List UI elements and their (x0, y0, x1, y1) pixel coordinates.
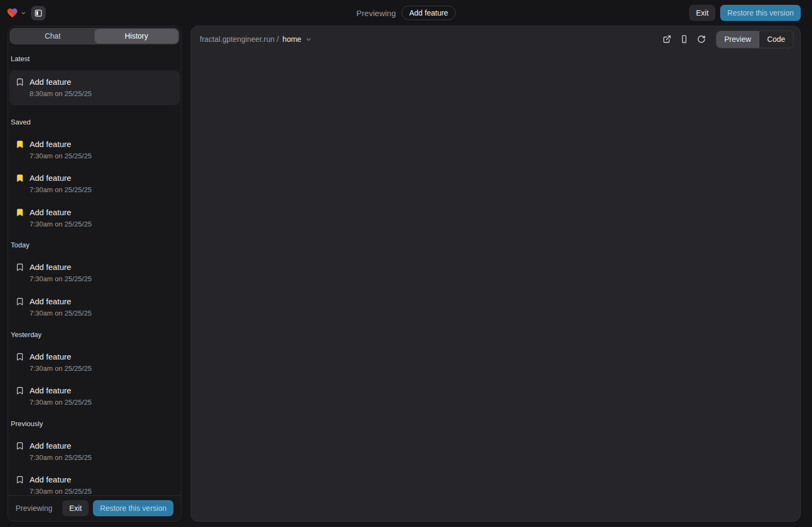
preview-panel: fractal.gptengineer.run / home (191, 26, 801, 522)
url-page: home (282, 35, 301, 43)
bookmark-outline-icon (16, 263, 24, 272)
preview-header-actions: PreviewCode (659, 31, 794, 48)
history-item[interactable]: Add feature 7:30am on 25/25/25 (9, 352, 180, 373)
history-section-label: Previously (9, 420, 180, 428)
external-link-icon (663, 35, 671, 43)
top-bar-right: Exit Restore this version (689, 5, 801, 21)
url-domain: fractal.gptengineer.run / (200, 35, 279, 43)
history-item-title: Add feature (30, 352, 180, 362)
tab-chat[interactable]: Chat (11, 29, 95, 43)
history-item-time: 7:30am on 25/25/25 (30, 398, 180, 407)
history-item[interactable]: Add feature 7:30am on 25/25/25 (9, 208, 180, 229)
top-bar-left (6, 6, 46, 20)
bookmark-filled-icon (16, 174, 24, 182)
bookmark-icon (16, 297, 24, 306)
chevron-down-icon (20, 10, 26, 16)
history-section-label: Today (9, 241, 180, 249)
history-item-time: 7:30am on 25/25/25 (30, 220, 180, 229)
history-item-time: 7:30am on 25/25/25 (30, 152, 180, 160)
history-item-title: Add feature (30, 173, 180, 183)
history-item-time: 7:30am on 25/25/25 (30, 487, 180, 495)
history-item-time: 7:30am on 25/25/25 (30, 364, 180, 373)
previewing-label: Previewing (357, 9, 396, 18)
history-item-title: Add feature (30, 208, 180, 217)
bookmark-icon (16, 208, 24, 217)
history-item[interactable]: Add feature 7:30am on 25/25/25 (9, 386, 180, 407)
chevron-down-icon (305, 36, 312, 43)
history-section-label: Saved (9, 118, 180, 126)
preview-content (191, 52, 800, 521)
history-item[interactable]: Add feature 8:30am on 25/25/25 (9, 70, 180, 105)
history-item-title: Add feature (30, 77, 173, 87)
bookmark-icon (16, 442, 24, 450)
exit-button[interactable]: Exit (689, 5, 715, 21)
bookmark-outline-icon (16, 386, 24, 395)
footer-previewing-label: Previewing (16, 504, 52, 513)
history-item-time: 7:30am on 25/25/25 (30, 275, 180, 283)
history-item[interactable]: Add feature 7:30am on 25/25/25 (9, 297, 180, 318)
bookmark-outline-icon (16, 475, 24, 484)
history-item[interactable]: Add feature 7:30am on 25/25/25 (9, 173, 180, 194)
history-list: Latest Add feature 8:30am on 25/25/25 Sa… (8, 46, 181, 495)
history-item-title: Add feature (30, 262, 180, 272)
smartphone-icon (680, 35, 688, 43)
history-item[interactable]: Add feature 7:30am on 25/25/25 (9, 441, 180, 462)
tab-preview[interactable]: Preview (716, 31, 759, 48)
workspace-menu-button[interactable] (6, 7, 26, 19)
history-item-title: Add feature (30, 475, 180, 485)
history-item-time: 7:30am on 25/25/25 (30, 453, 180, 462)
history-item-title: Add feature (30, 297, 180, 306)
history-section-label: Latest (9, 55, 180, 63)
bookmark-outline-icon (16, 442, 24, 450)
bookmark-icon (16, 78, 24, 86)
history-item-title: Add feature (30, 140, 180, 149)
history-item[interactable]: Add feature 7:30am on 25/25/25 (9, 140, 180, 160)
preview-code-toggle: PreviewCode (716, 31, 794, 48)
lovable-heart-logo (6, 7, 18, 19)
top-bar-center: Previewing Add feature (357, 6, 456, 20)
history-section-label: Yesterday (9, 331, 180, 339)
page-url-selector[interactable]: fractal.gptengineer.run / home (200, 35, 312, 43)
bookmark-icon (16, 386, 24, 395)
app-root: Previewing Add feature Exit Restore this… (0, 0, 812, 527)
sidebar-toggle-button[interactable] (31, 6, 46, 20)
history-item-title: Add feature (30, 441, 180, 451)
restore-version-button[interactable]: Restore this version (720, 5, 801, 21)
bookmark-icon (16, 263, 24, 272)
bookmark-outline-icon (16, 353, 24, 361)
refresh-icon (697, 35, 706, 43)
footer-restore-version-button[interactable]: Restore this version (93, 500, 173, 516)
open-in-new-tab-button[interactable] (659, 31, 675, 47)
mobile-view-button[interactable] (676, 31, 692, 47)
top-bar: Previewing Add feature Exit Restore this… (0, 0, 812, 26)
bookmark-filled-icon (16, 140, 24, 149)
history-item[interactable]: Add feature 7:30am on 25/25/25 (9, 475, 180, 495)
version-badge: Add feature (402, 6, 455, 20)
history-item-time: 8:30am on 25/25/25 (30, 90, 173, 98)
tab-history[interactable]: History (95, 29, 178, 43)
bookmark-icon (16, 174, 24, 182)
history-sidebar: ChatHistory Latest Add feature 8:30am on… (8, 26, 182, 522)
panel-left-icon (34, 9, 42, 17)
history-item-time: 7:30am on 25/25/25 (30, 309, 180, 318)
refresh-button[interactable] (693, 31, 709, 47)
history-item-time: 7:30am on 25/25/25 (30, 186, 180, 194)
history-item-title: Add feature (30, 386, 180, 396)
bookmark-outline-icon (16, 78, 24, 86)
bookmark-icon (16, 475, 24, 484)
bookmark-filled-icon (16, 208, 24, 217)
bookmark-icon (16, 140, 24, 149)
bookmark-outline-icon (16, 297, 24, 306)
history-item[interactable]: Add feature 7:30am on 25/25/25 (9, 262, 180, 283)
footer-exit-button[interactable]: Exit (62, 500, 89, 516)
preview-header: fractal.gptengineer.run / home (191, 26, 800, 52)
content-row: ChatHistory Latest Add feature 8:30am on… (0, 26, 812, 527)
sidebar-footer: Previewing Exit Restore this version (8, 495, 181, 521)
bookmark-icon (16, 353, 24, 361)
tab-code[interactable]: Code (759, 31, 793, 48)
sidebar-tab-bar: ChatHistory (10, 28, 179, 45)
